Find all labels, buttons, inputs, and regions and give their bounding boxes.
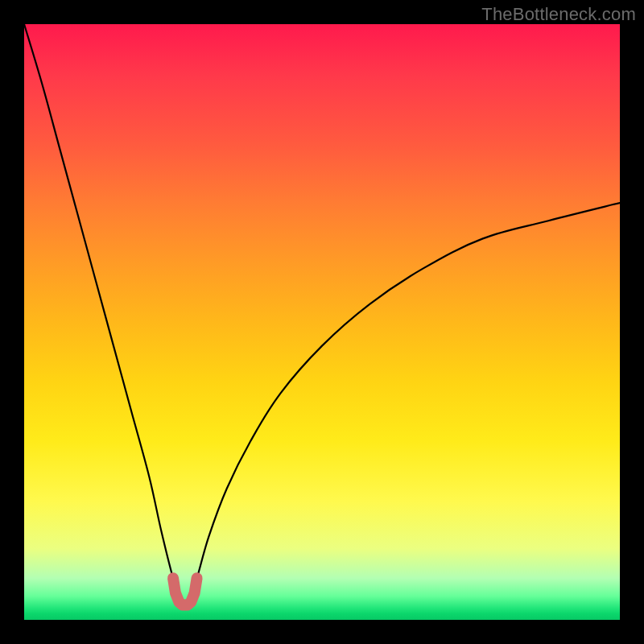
curve-layer: [24, 24, 620, 620]
chart-frame: TheBottleneck.com: [0, 0, 644, 644]
bottleneck-curve: [24, 24, 620, 609]
optimal-range-marker: [173, 578, 197, 605]
plot-area: [24, 24, 620, 620]
watermark-text: TheBottleneck.com: [481, 4, 636, 25]
